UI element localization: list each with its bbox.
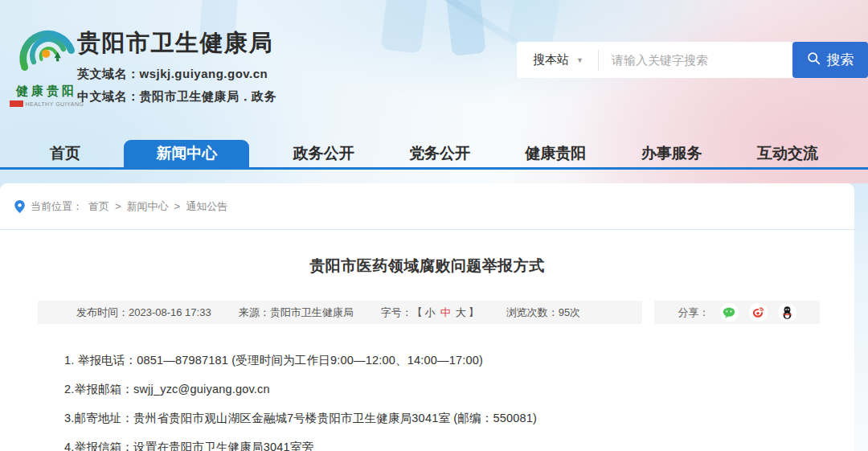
- location-pin-icon: [14, 200, 25, 213]
- search-box: 搜本站 ▼: [517, 42, 795, 78]
- nav-item-home[interactable]: 首页: [39, 140, 92, 167]
- paragraph-report-email: 2.举报邮箱：swjj_yzc@guiyang.gov.cn: [64, 382, 806, 397]
- content-card: 当前位置： 首页 > 新闻中心 > 通知公告 贵阳市医药领域腐败问题举报方式 发…: [0, 183, 854, 451]
- publish-time: 发布时间：2023-08-16 17:33: [76, 305, 211, 320]
- fontsize-control: 字号：【 小 中 大 】: [381, 305, 479, 320]
- wechat-share-icon[interactable]: [720, 303, 739, 322]
- breadcrumb-notices[interactable]: 通知公告: [186, 199, 227, 214]
- view-count: 浏览次数：95次: [506, 305, 580, 320]
- search-icon: [807, 51, 821, 69]
- nav-item-gov-affairs[interactable]: 政务公开: [282, 140, 366, 167]
- search-bar: 搜本站 ▼ 搜索: [517, 42, 868, 78]
- weibo-share-icon[interactable]: [749, 303, 768, 322]
- article-meta-row: 发布时间：2023-08-16 17:33 来源：贵阳市卫生健康局 字号：【 小…: [38, 301, 820, 324]
- breadcrumb-separator: >: [115, 200, 121, 212]
- decor-vial: [380, 0, 428, 54]
- fontsize-small-button[interactable]: 小: [425, 305, 436, 320]
- search-button-label: 搜索: [827, 51, 854, 69]
- healthy-guiyang-logo-icon: [14, 68, 80, 81]
- chevron-down-icon: ▼: [576, 56, 583, 64]
- fontsize-large-button[interactable]: 大: [456, 305, 466, 320]
- paragraph-report-phone: 1. 举报电话：0851—87987181 (受理时间为工作日9:00—12:0…: [64, 353, 806, 368]
- article-source: 来源：贵阳市卫生健康局: [239, 305, 354, 320]
- search-scope-dropdown[interactable]: 搜本站 ▼: [517, 52, 592, 68]
- breadcrumb-home[interactable]: 首页: [88, 199, 109, 214]
- share-label: 分享：: [678, 305, 710, 320]
- fontsize-suffix: 】: [469, 305, 479, 320]
- logo-text-en: HEALTHY GUIYANG: [26, 101, 84, 107]
- fontsize-medium-button[interactable]: 中: [440, 305, 451, 320]
- site-title: 贵阳市卫生健康局: [77, 27, 276, 59]
- site-header: 健康贵阳 HEALTHY GUIYANG 贵阳市卫生健康局 英文域名：wsjkj…: [0, 0, 868, 183]
- search-button[interactable]: 搜索: [792, 42, 868, 78]
- domain-en: 英文域名：wsjkj.guiyang.gov.cn: [77, 67, 276, 82]
- article-body: 1. 举报电话：0851—87987181 (受理时间为工作日9:00—12:0…: [64, 353, 806, 451]
- breadcrumb-separator: >: [174, 200, 181, 212]
- share-bar: 分享：: [654, 301, 820, 324]
- search-scope-label: 搜本站: [533, 52, 569, 68]
- article-meta-bar: 发布时间：2023-08-16 17:33 来源：贵阳市卫生健康局 字号：【 小…: [38, 301, 642, 324]
- breadcrumb-prefix: 当前位置：: [31, 199, 83, 214]
- main-nav: 首页 新闻中心 政务公开 党务公开 健康贵阳 办事服务 互动交流: [0, 142, 868, 170]
- nav-item-interaction[interactable]: 互动交流: [746, 140, 829, 167]
- paragraph-mail-address: 3.邮寄地址：贵州省贵阳市观山湖区金融城7号楼贵阳市卫生健康局3041室 (邮编…: [64, 411, 806, 426]
- site-title-block: 贵阳市卫生健康局 英文域名：wsjkj.guiyang.gov.cn 中文域名：…: [77, 27, 276, 105]
- search-input[interactable]: [604, 53, 795, 67]
- page-background: 当前位置： 首页 > 新闻中心 > 通知公告 贵阳市医药领域腐败问题举报方式 发…: [0, 183, 868, 451]
- qq-share-icon[interactable]: [778, 303, 796, 322]
- nav-item-party-affairs[interactable]: 党务公开: [398, 140, 481, 167]
- site-logo[interactable]: 健康贵阳 HEALTHY GUIYANG: [6, 19, 87, 107]
- page: 健康贵阳 HEALTHY GUIYANG 贵阳市卫生健康局 英文域名：wsjkj…: [0, 0, 868, 451]
- logo-red-badge: [10, 100, 23, 107]
- article-title: 贵阳市医药领域腐败问题举报方式: [0, 256, 854, 277]
- nav-item-news-center[interactable]: 新闻中心: [124, 140, 249, 167]
- search-divider: [598, 50, 599, 71]
- domain-cn: 中文域名：贵阳市卫生健康局．政务: [77, 89, 276, 105]
- breadcrumb-news-center[interactable]: 新闻中心: [127, 199, 169, 214]
- breadcrumb: 当前位置： 首页 > 新闻中心 > 通知公告: [0, 183, 854, 230]
- paragraph-report-mailbox: 4.举报信箱：设置在贵阳市卫生健康局3041室旁: [64, 440, 806, 451]
- fontsize-prefix: 字号：【: [381, 305, 423, 320]
- nav-item-services[interactable]: 办事服务: [630, 140, 714, 167]
- logo-text-cn: 健康贵阳: [6, 84, 87, 99]
- nav-item-healthy-guiyang[interactable]: 健康贵阳: [514, 140, 597, 167]
